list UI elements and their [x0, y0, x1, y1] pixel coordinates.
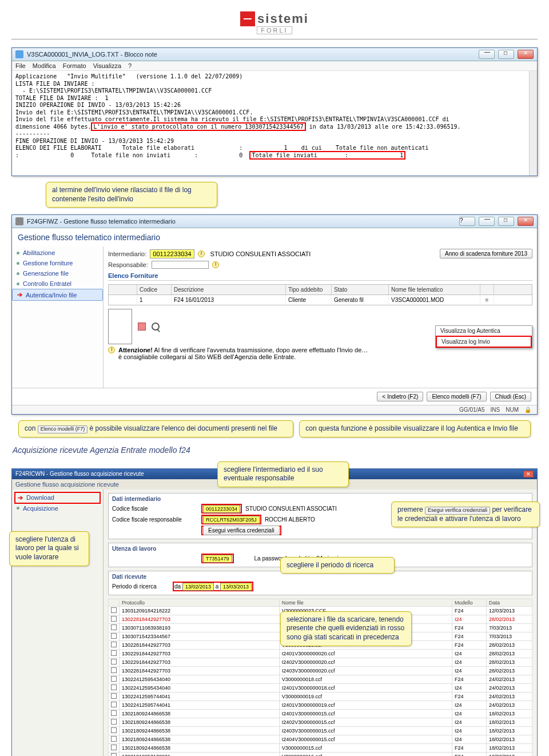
menu-formato[interactable]: Formato: [63, 62, 86, 69]
row-checkbox[interactable]: [111, 702, 117, 707]
row-checkbox[interactable]: [111, 727, 117, 733]
minimize-button[interactable]: [479, 50, 495, 59]
row-checkbox[interactable]: [111, 753, 117, 756]
maximize-button[interactable]: [498, 217, 514, 226]
info-icon[interactable]: [198, 250, 205, 257]
row-checkbox[interactable]: [111, 667, 117, 673]
periodo-a-field[interactable]: 13/03/2013: [220, 583, 252, 591]
gestione-flusso-window: F24GFIWZ - Gestione flusso telematico in…: [11, 214, 538, 415]
elenco-modelli-button[interactable]: Elenco modelli (F7): [427, 392, 486, 401]
menu-file[interactable]: File: [15, 62, 26, 69]
col-stato[interactable]: Stato: [332, 285, 389, 295]
col-nome-file[interactable]: Nome file: [279, 599, 452, 606]
row-checkbox[interactable]: [111, 745, 117, 750]
chiudi-button[interactable]: Chiudi (Esc): [490, 392, 531, 401]
table-row[interactable]: 13021809244866538V3000000015.ccfF2418/02…: [109, 743, 532, 752]
cell-modello: I24: [452, 658, 487, 666]
close-button[interactable]: ✕: [523, 471, 534, 478]
col-nome-file[interactable]: Nome file telematico: [389, 285, 480, 295]
col-data[interactable]: Data: [487, 599, 532, 606]
forniture-row[interactable]: 1 F24 16/01/2013 Cliente Generato fil V3…: [108, 295, 532, 305]
maximize-button[interactable]: [498, 50, 514, 59]
row-checkbox[interactable]: [111, 676, 117, 682]
sidebar-item-acquisizione[interactable]: Acquisizione: [14, 504, 101, 513]
info-icon[interactable]: [212, 261, 219, 268]
context-menu-log: Visualizza log Autentica Visualizza log …: [435, 325, 532, 348]
table-row[interactable]: 13021810053130031V3000000016.ccfF2418/02…: [109, 752, 532, 756]
col-codice[interactable]: Codice: [137, 285, 172, 295]
bullet-icon: [17, 507, 19, 510]
row-checkbox[interactable]: [111, 659, 117, 665]
menu-visualizza-log-invio[interactable]: Visualizza log Invio: [436, 336, 532, 348]
table-row[interactable]: 13021809244866538I2402V3000000015.ccfI24…: [109, 718, 532, 726]
sidebar-label: Generazione file: [23, 270, 69, 277]
table-row[interactable]: 13021809244866538I2401V3000000015.ccfI24…: [109, 709, 532, 718]
col-descrizione[interactable]: Descrizione: [172, 285, 286, 295]
indietro-button[interactable]: < Indietro (F2): [377, 392, 423, 401]
col-modello[interactable]: Modello: [452, 599, 487, 606]
sidebar-item-generazione-file[interactable]: Generazione file: [12, 268, 103, 278]
cell-protocollo: 13022412595434040: [120, 675, 280, 683]
logo-icon: [240, 11, 255, 26]
col-protocollo[interactable]: Protocollo: [120, 599, 280, 606]
row-checkbox[interactable]: [111, 685, 117, 690]
cfr-field[interactable]: RCCLRT62M03F205J: [203, 516, 260, 524]
icon-book[interactable]: [138, 323, 146, 331]
close-button[interactable]: [518, 50, 534, 59]
sidebar-item-abilitazione[interactable]: Abilitazione: [12, 248, 103, 258]
sidebar-item-autentica-invio[interactable]: ➔Autentica/Invio file: [12, 289, 103, 301]
sidebar-item-gestione-forniture[interactable]: Gestione forniture: [12, 258, 103, 268]
minimize-button[interactable]: [479, 217, 495, 226]
esegui-verifica-button[interactable]: Esegui verifica credenziali: [203, 526, 280, 535]
table-row[interactable]: 13021809244866538I2404V3000000015.ccfI24…: [109, 735, 532, 743]
table-row[interactable]: 13022412595744041V3000000019.ccfF2424/02…: [109, 692, 532, 701]
callout-text-post: è possibile visualizzare l'elenco dei do…: [90, 424, 277, 432]
chip-elenco-modelli: Elenco modelli (F7): [38, 425, 88, 433]
col-tipo-addebito[interactable]: Tipo addebito: [286, 285, 332, 295]
sidebar-item-download[interactable]: ➔ Download: [14, 492, 101, 504]
table-row[interactable]: 13022412595744041I2401V3000000019.ccfI24…: [109, 701, 532, 709]
table-row[interactable]: 13022918442927703I2401V3000000020.ccfI24…: [109, 649, 532, 658]
periodo-da-field[interactable]: 13/02/2013: [182, 583, 214, 591]
responsabile-field[interactable]: [152, 261, 209, 269]
row-checkbox[interactable]: [111, 642, 117, 647]
bullet-icon: [17, 262, 19, 265]
cell-modello: F24: [452, 632, 487, 640]
callout-verifica-credenziali: premere Esegui verifica credenziali per …: [391, 502, 540, 527]
row-menu-icon[interactable]: ≡: [480, 295, 494, 305]
row-checkbox[interactable]: [111, 736, 117, 742]
table-row[interactable]: 13022918442927703I2402V3000000020.ccfI24…: [109, 658, 532, 666]
menu-visualizza[interactable]: Visualizza: [93, 62, 121, 69]
notepad-content[interactable]: Applicazione "Invio Multifile" (versione…: [12, 71, 537, 176]
app-heading: Gestione flusso telematico intermediario: [12, 228, 537, 246]
row-checkbox[interactable]: [111, 624, 117, 630]
menu-help[interactable]: ?: [128, 62, 132, 69]
page-header: sistemi FORLI: [11, 11, 538, 34]
close-button[interactable]: [518, 217, 534, 226]
menu-modifica[interactable]: Modifica: [33, 62, 56, 69]
table-row[interactable]: 13022412595434040V3000000018.ccfF2424/02…: [109, 675, 532, 683]
row-checkbox[interactable]: [111, 607, 117, 613]
row-checkbox[interactable]: [111, 710, 117, 716]
menu-visualizza-log-autentica[interactable]: Visualizza log Autentica: [436, 326, 532, 336]
cf-field[interactable]: 00112233034: [203, 505, 240, 513]
cell-protocollo: 13021809244866538: [120, 709, 280, 718]
scrollbar-vertical[interactable]: [529, 71, 537, 176]
anno-scadenza-button[interactable]: Anno di scadenza forniture 2013: [440, 249, 532, 258]
row-checkbox[interactable]: [111, 719, 117, 725]
help-button[interactable]: ?: [459, 217, 475, 226]
icon-magnifier[interactable]: [152, 323, 160, 331]
sidebar-item-controllo-entratel[interactable]: Controllo Entratel: [12, 278, 103, 289]
row-checkbox[interactable]: [111, 650, 117, 656]
row-checkbox[interactable]: [111, 693, 117, 699]
cell-stato: Generato fil: [332, 295, 389, 305]
row-checkbox[interactable]: [111, 633, 117, 639]
utenza-field[interactable]: T7351479: [203, 555, 232, 563]
icon-page[interactable]: [108, 309, 132, 344]
table-row[interactable]: 13022818442927703I2403V3000000020.ccfI24…: [109, 666, 532, 675]
intermediario-field[interactable]: 00112233034: [150, 249, 194, 258]
fieldset-dati-ricevute: Dati ricevute Periodo di ricerca da 13/0…: [108, 571, 532, 595]
row-checkbox[interactable]: [111, 616, 117, 622]
table-row[interactable]: 13022412595434040I2401V3000000018.ccfI24…: [109, 683, 532, 692]
table-row[interactable]: 13021809244866538I2403V3000000015.ccfI24…: [109, 726, 532, 735]
